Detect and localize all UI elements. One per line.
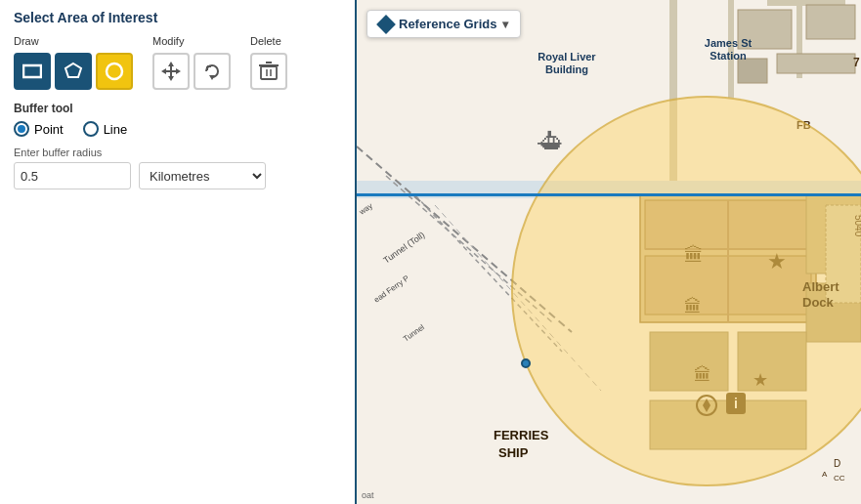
move-icon: [161, 62, 181, 81]
svg-marker-7: [161, 68, 166, 74]
svg-marker-8: [176, 68, 181, 74]
circle-icon: [105, 62, 124, 81]
panel-title: Select Area of Interest: [14, 10, 341, 25]
tool-section: Draw: [14, 35, 341, 90]
map-panel[interactable]: Tunnel (Toll) ead Ferry P Tunnel oat FER…: [357, 0, 861, 504]
svg-text:7: 7: [853, 56, 860, 69]
line-radio-button[interactable]: [83, 121, 99, 137]
select-area-panel: Select Area of Interest Draw: [0, 0, 357, 504]
modify-buttons: [152, 53, 231, 90]
svg-text:D: D: [834, 458, 840, 469]
delete-buttons: [250, 53, 287, 90]
svg-text:A: A: [822, 470, 828, 479]
reference-grids-chevron-icon: ▾: [502, 18, 508, 31]
line-radio-label: Line: [104, 122, 128, 137]
buffer-input-row: Kilometres Miles Metres: [14, 162, 341, 189]
rectangle-icon: [22, 63, 42, 79]
buffer-tool-label: Buffer tool: [14, 102, 341, 115]
rotate-icon: [202, 62, 222, 81]
draw-group: Draw: [14, 35, 133, 90]
svg-rect-20: [728, 0, 734, 98]
delete-tool-button[interactable]: [250, 53, 287, 90]
delete-label: Delete: [250, 35, 281, 47]
svg-text:James St: James St: [705, 37, 753, 49]
reference-grids-button[interactable]: Reference Grids ▾: [366, 10, 521, 38]
draw-circle-button[interactable]: [96, 53, 133, 90]
water-separator-line: [357, 193, 861, 196]
svg-text:Building: Building: [545, 63, 588, 75]
svg-rect-0: [23, 65, 41, 77]
delete-group: Delete: [250, 35, 287, 90]
point-radio-button[interactable]: [14, 121, 29, 137]
buffer-radius-label: Enter buffer radius: [14, 147, 341, 158]
polygon-icon: [64, 62, 83, 81]
draw-polygon-button[interactable]: [55, 53, 92, 90]
modify-move-button[interactable]: [152, 53, 190, 90]
svg-marker-1: [65, 63, 81, 77]
svg-text:SHIP: SHIP: [498, 445, 529, 460]
svg-marker-6: [168, 76, 174, 81]
draw-label: Draw: [14, 35, 39, 47]
reference-grids-diamond-icon: [376, 15, 396, 34]
svg-rect-25: [738, 59, 767, 83]
buffer-radius-input[interactable]: [14, 162, 131, 189]
modify-label: Modify: [152, 35, 184, 47]
svg-point-2: [107, 63, 122, 79]
point-radio-item[interactable]: Point: [14, 121, 64, 137]
buffer-center-point: [521, 358, 531, 368]
delete-icon: [258, 61, 280, 82]
draw-buttons: [14, 53, 133, 90]
svg-rect-26: [777, 54, 855, 73]
modify-rotate-button[interactable]: [194, 53, 231, 90]
svg-rect-24: [806, 5, 855, 39]
svg-marker-5: [168, 62, 174, 66]
unit-select[interactable]: Kilometres Miles Metres: [139, 162, 266, 189]
svg-text:CC: CC: [834, 474, 845, 483]
line-radio-item[interactable]: Line: [83, 121, 128, 137]
svg-text:Royal Liver: Royal Liver: [538, 51, 596, 63]
svg-rect-12: [261, 66, 277, 79]
svg-text:⛴: ⛴: [538, 127, 565, 157]
svg-text:FERRIES: FERRIES: [494, 428, 549, 442]
reference-grids-label: Reference Grids: [399, 17, 496, 31]
svg-text:Station: Station: [710, 50, 747, 62]
draw-rectangle-button[interactable]: [14, 53, 51, 90]
point-radio-label: Point: [34, 122, 64, 137]
buffer-radio-group: Point Line: [14, 121, 341, 137]
buffer-section: Buffer tool Point Line Enter buffer radi…: [14, 102, 341, 189]
svg-text:oat: oat: [362, 490, 374, 500]
modify-group: Modify: [152, 35, 231, 90]
